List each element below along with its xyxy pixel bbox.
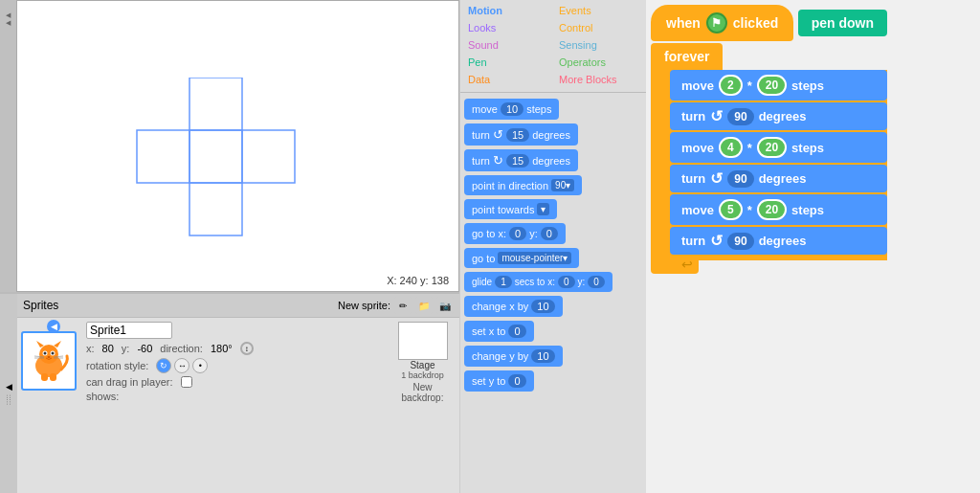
svg-point-6: [39, 345, 58, 364]
forever-arrow-icon: ↩: [681, 257, 693, 272]
cat-sensing[interactable]: Sensing: [553, 36, 644, 54]
green-flag-icon: ⚑: [706, 12, 727, 34]
y-label: y:: [122, 343, 130, 354]
new-sprite-paint-btn[interactable]: ✏: [394, 297, 412, 314]
rotation-label: rotation style:: [86, 360, 148, 371]
direction-dial[interactable]: ↕: [240, 342, 254, 355]
hat-block[interactable]: when ⚑ clicked: [651, 5, 793, 41]
new-backdrop-label: New backdrop:: [393, 380, 452, 403]
turn3-block[interactable]: turn ↺ 90 degrees: [670, 227, 887, 255]
block-change-y[interactable]: change y by 10: [464, 346, 563, 367]
cat-operators[interactable]: Operators: [553, 54, 644, 71]
svg-rect-19: [50, 373, 56, 381]
pen-down-label: pen down: [812, 15, 874, 31]
stage-coords: X: 240 y: 138: [387, 275, 449, 286]
stage-drawing: [132, 78, 323, 250]
turn1-block[interactable]: turn ↺ 90 degrees: [670, 102, 887, 130]
svg-point-11: [44, 352, 47, 355]
svg-rect-3: [242, 130, 295, 183]
sprites-header: Sprites New sprite: ✏ 📁 📷: [17, 294, 459, 318]
block-move-steps[interactable]: move 10 steps: [464, 99, 559, 120]
turn3-label: turn: [681, 234, 705, 248]
block-point-towards[interactable]: point towards ▾: [464, 199, 557, 219]
cat-data[interactable]: Data: [462, 71, 553, 88]
svg-rect-2: [189, 130, 242, 183]
move1-block[interactable]: move 2 * 20 steps: [670, 70, 887, 101]
block-point-direction[interactable]: point in direction 90▾: [464, 175, 582, 195]
cat-events[interactable]: Events: [553, 2, 644, 19]
cat-sound[interactable]: Sound: [462, 36, 553, 54]
stage-thumbnail[interactable]: [398, 322, 448, 360]
rot-none-btn[interactable]: •: [192, 358, 208, 373]
move3-label: move: [681, 203, 714, 217]
svg-rect-0: [189, 78, 242, 130]
block-goto-xy[interactable]: go to x: 0 y: 0: [464, 223, 566, 244]
turn2-icon: ↺: [710, 169, 723, 188]
move3-block[interactable]: move 5 * 20 steps: [670, 194, 887, 225]
svg-point-12: [52, 352, 55, 355]
stage-label: Stage: [410, 360, 434, 370]
turn2-block[interactable]: turn ↺ 90 degrees: [670, 165, 887, 192]
cat-looks[interactable]: Looks: [462, 19, 553, 36]
forever-header[interactable]: forever: [651, 43, 723, 70]
block-turn-left[interactable]: turn ↺ 15 degrees: [464, 123, 578, 146]
turn2-val: 90: [727, 170, 753, 188]
move3-val2: 20: [757, 199, 787, 220]
move1-end: steps: [791, 78, 824, 93]
drag-label: can drag in player:: [86, 376, 173, 388]
new-sprite-upload-btn[interactable]: 📁: [415, 297, 433, 314]
turn3-icon: ↺: [710, 232, 723, 250]
stage-canvas: X: 240 y: 138: [16, 0, 459, 292]
move2-op: *: [747, 141, 752, 155]
cat-motion[interactable]: Motion: [462, 2, 553, 19]
narrow-sidebar: ◀◀: [0, 0, 16, 292]
scripts-container: when ⚑ clicked pen down forever: [651, 5, 887, 274]
block-goto-pointer[interactable]: go to mouse-pointer▾: [464, 248, 579, 268]
rot-lr-btn[interactable]: ↔: [174, 358, 189, 373]
block-turn-right[interactable]: turn ↻ 15 degrees: [464, 149, 578, 171]
shows-label: shows:: [86, 391, 119, 402]
move3-op: *: [747, 203, 752, 217]
drag-checkbox[interactable]: [181, 376, 192, 388]
hat-clicked: clicked: [733, 15, 778, 31]
svg-rect-4: [189, 183, 242, 235]
turn1-icon: ↺: [710, 107, 723, 125]
turn3-val: 90: [727, 233, 753, 250]
cat-pen[interactable]: Pen: [462, 54, 553, 71]
category-grid: Motion Events Looks Control Sound Sensin…: [460, 0, 646, 90]
rot-all-btn[interactable]: ↻: [156, 358, 171, 373]
turn1-label: turn: [681, 109, 705, 123]
dir-value: 180°: [211, 343, 233, 354]
cat-more[interactable]: More Blocks: [553, 71, 644, 88]
forever-cap: ↩: [651, 260, 699, 274]
y-value: -60: [137, 343, 152, 354]
stage-panel: Stage 1 backdrop New backdrop:: [393, 322, 456, 405]
new-sprite-controls: New sprite: ✏ 📁 📷: [338, 297, 454, 314]
move1-label: move: [681, 78, 714, 93]
move2-end: steps: [791, 141, 824, 155]
block-set-x[interactable]: set x to 0: [464, 321, 534, 342]
new-sprite-label: New sprite:: [338, 300, 390, 311]
block-glide[interactable]: glide 1 secs to x: 0 y: 0: [464, 272, 612, 292]
turn2-label: turn: [681, 171, 705, 186]
cat-control[interactable]: Control: [553, 19, 644, 36]
block-set-y[interactable]: set y to 0: [464, 370, 534, 392]
new-sprite-camera-btn[interactable]: 📷: [436, 297, 454, 314]
turn3-end: degrees: [759, 234, 807, 248]
move3-val1: 5: [719, 199, 743, 220]
block-val-10: 10: [501, 102, 523, 116]
block-change-x[interactable]: change x by 10: [464, 296, 563, 317]
move2-label: move: [681, 141, 714, 155]
x-value: 80: [102, 343, 114, 354]
move2-val2: 20: [757, 137, 787, 158]
move1-val1: 2: [719, 75, 743, 96]
sprite-thumbnail[interactable]: [21, 331, 77, 391]
pen-down-block[interactable]: pen down: [798, 10, 887, 36]
move2-block[interactable]: move 4 * 20 steps: [670, 132, 887, 163]
sprite-name-input[interactable]: [86, 322, 172, 339]
rotation-buttons: ↻ ↔ •: [156, 358, 208, 373]
svg-rect-18: [41, 373, 48, 381]
svg-marker-8: [54, 341, 61, 347]
turn1-val: 90: [727, 108, 753, 125]
move3-end: steps: [791, 203, 824, 217]
